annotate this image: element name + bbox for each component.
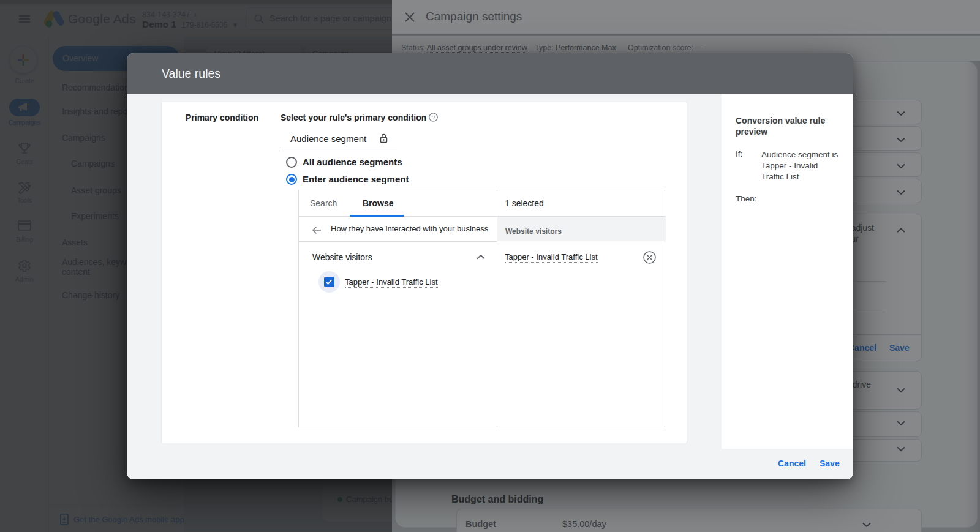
svg-text:?: ? bbox=[432, 114, 435, 121]
